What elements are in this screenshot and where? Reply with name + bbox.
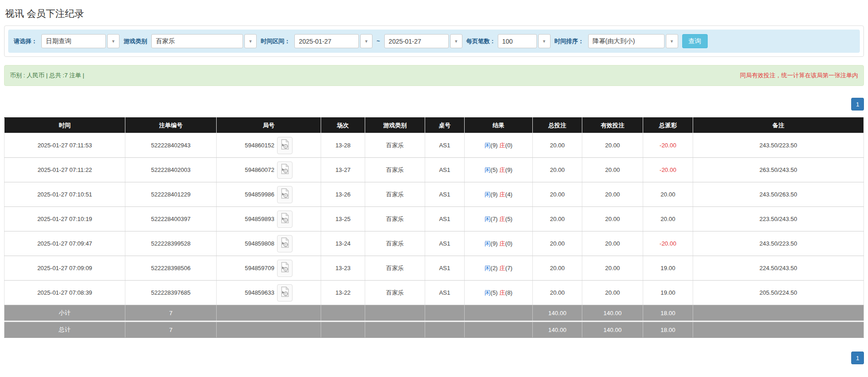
cell-session: 13-22 [321,281,365,305]
result-banker: 庄 [499,265,505,271]
cell-bet-id: 522228402943 [125,133,217,158]
cell-game-category: 百家乐 [365,158,425,182]
sum-empty [321,305,365,322]
result-points: (7) [505,265,512,271]
cell-result: 闲(2) 庄(7) [465,256,533,281]
query-type-value[interactable]: 日期查询 [41,34,106,48]
video-replay-button[interactable] [277,235,293,252]
video-replay-button[interactable] [277,284,293,302]
cell-payout: -20.00 [643,133,693,158]
bet-records-table: 时间注单编号局号场次游戏类别桌号结果总投注有效投注总派彩备注 2025-01-2… [4,117,864,338]
video-replay-button[interactable] [277,260,293,277]
time-sort-label: 时间排序： [555,37,584,45]
cell-result: 闲(9) 庄(4) [465,182,533,207]
cell-payout: 19.00 [643,256,693,281]
cell-session: 13-28 [321,133,365,158]
cell-result: 闲(9) 庄(0) [465,133,533,158]
sum-valid-bet: 140.00 [582,322,643,338]
sum-label: 总计 [5,322,125,338]
result-points: (9) [491,191,500,198]
cell-bet-id: 522228401229 [125,182,217,207]
chevron-down-icon[interactable]: ▼ [244,34,257,48]
sum-count: 7 [125,322,217,338]
search-button[interactable]: 查询 [682,34,708,48]
table-row: 2025-01-27 07:10:51522228401229594859986… [5,182,864,207]
game-category-value[interactable]: 百家乐 [151,34,243,48]
cell-time: 2025-01-27 07:11:22 [5,158,125,182]
column-header-1: 注单编号 [125,118,217,133]
result-banker: 庄 [499,240,505,247]
chevron-down-icon[interactable]: ▼ [360,34,372,48]
sum-empty [465,305,533,322]
date-range-tilde: ~ [377,38,380,45]
cell-result: 闲(9) 庄(0) [465,231,533,256]
column-header-10: 备注 [693,118,864,133]
cell-game-category: 百家乐 [365,133,425,158]
column-header-7: 总投注 [533,118,582,133]
pagination-top: 1 [4,98,864,111]
valid-bet-notice: 同局有效投注，统一计算在该局第一张注单内 [740,71,858,80]
cell-table-no: AS1 [425,207,465,231]
result-player: 闲 [485,240,491,247]
cell-total-bet: 20.00 [533,133,582,158]
result-player: 闲 [485,289,491,296]
sum-empty [425,305,465,322]
result-banker: 庄 [499,289,505,296]
result-banker: 庄 [499,191,505,198]
cell-valid-bet: 20.00 [582,158,643,182]
page-1-button[interactable]: 1 [851,352,864,364]
page-title: 视讯 会员下注纪录 [5,7,863,20]
cell-table-no: AS1 [425,256,465,281]
cell-valid-bet: 20.00 [582,207,643,231]
table-header: 时间注单编号局号场次游戏类别桌号结果总投注有效投注总派彩备注 [5,118,864,133]
cell-remark: 243.50/223.50 [693,133,864,158]
result-points: (9) [505,166,512,173]
cell-valid-bet: 20.00 [582,231,643,256]
cell-table-no: AS1 [425,281,465,305]
cell-valid-bet: 20.00 [582,182,643,207]
video-replay-button[interactable] [277,211,293,228]
column-header-2: 局号 [217,118,321,133]
cell-game-category: 百家乐 [365,182,425,207]
date-to-select: 2025-01-27 ▼ [384,34,462,48]
column-header-9: 总派彩 [643,118,693,133]
round-id-text: 594859633 [245,289,274,296]
result-points: (7) [491,216,500,222]
sum-empty [693,305,864,322]
cell-total-bet: 20.00 [533,207,582,231]
time-sort-value[interactable]: 降幂(由大到小) [588,34,665,48]
cell-time: 2025-01-27 07:10:51 [5,182,125,207]
sum-empty [365,322,425,338]
date-from-value[interactable]: 2025-01-27 [294,34,359,48]
grand-total-row: 总计7140.00140.0018.00 [5,322,864,338]
cell-time: 2025-01-27 07:09:47 [5,231,125,256]
cell-round-id: 594859986 [217,182,321,207]
cell-remark: 223.50/243.50 [693,207,864,231]
video-replay-button[interactable] [277,137,293,154]
sum-empty [365,305,425,322]
cell-table-no: AS1 [425,133,465,158]
table-row: 2025-01-27 07:11:22522228402003594860072… [5,158,864,182]
chevron-down-icon[interactable]: ▼ [107,34,119,48]
sum-valid-bet: 140.00 [582,305,643,322]
cell-bet-id: 522228398506 [125,256,217,281]
video-record-icon [280,164,289,176]
cell-payout: 19.00 [643,281,693,305]
cell-table-no: AS1 [425,182,465,207]
round-id-text: 594860152 [245,142,274,149]
cell-session: 13-23 [321,256,365,281]
cell-total-bet: 20.00 [533,182,582,207]
cell-round-id: 594859893 [217,207,321,231]
round-id-text: 594859808 [245,240,274,247]
chevron-down-icon[interactable]: ▼ [538,34,551,48]
date-to-value[interactable]: 2025-01-27 [384,34,449,48]
round-id-text: 594860072 [245,166,274,173]
video-replay-button[interactable] [277,186,293,203]
result-banker: 庄 [499,142,505,149]
chevron-down-icon[interactable]: ▼ [450,34,462,48]
result-points: (0) [505,142,512,149]
page-1-button[interactable]: 1 [851,98,864,111]
video-replay-button[interactable] [277,161,293,179]
page-size-value[interactable]: 100 [498,34,537,48]
chevron-down-icon[interactable]: ▼ [666,34,678,48]
